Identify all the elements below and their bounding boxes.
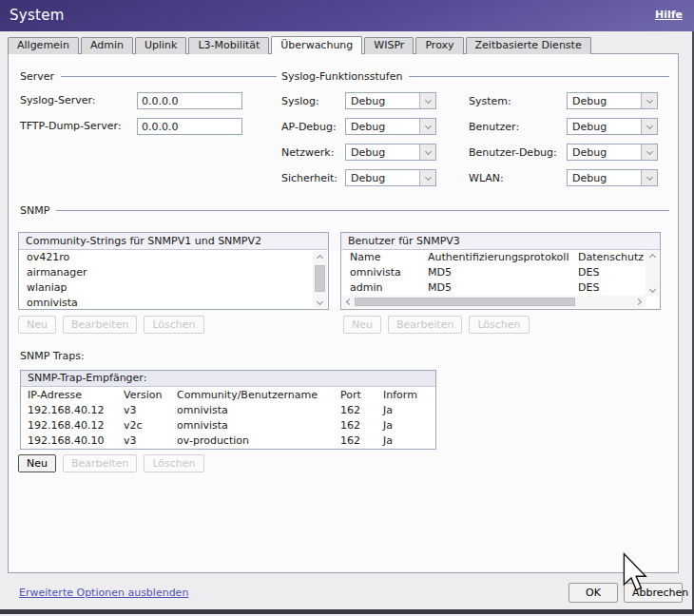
new-button[interactable]: Neu	[18, 454, 56, 472]
edit-button[interactable]: Bearbeiten	[388, 316, 462, 334]
combo-value: Debug	[568, 93, 641, 108]
cell-inform: Ja	[383, 433, 393, 449]
cell-ip: 192.168.40.12	[28, 403, 104, 418]
column-header: Community/Benutzername	[177, 387, 318, 403]
edit-button[interactable]: Bearbeiten	[63, 316, 137, 334]
scroll-up-icon[interactable]	[313, 251, 327, 262]
benutzer-debug-select[interactable]: Debug	[567, 144, 658, 161]
wlan-label: WLAN:	[469, 172, 504, 184]
tab-uplink[interactable]: Uplink	[135, 37, 187, 54]
combo-value: Debug	[346, 93, 419, 108]
scroll-right-icon[interactable]	[633, 296, 646, 308]
community-buttons: Neu Bearbeiten Löschen	[18, 316, 204, 334]
tftp-dump-server-input[interactable]	[137, 118, 242, 135]
cancel-button[interactable]: Abbrechen	[624, 583, 683, 603]
tab-zeitbasierte-dienste[interactable]: Zeitbasierte Dienste	[466, 37, 591, 54]
tab-ueberwachung[interactable]: Überwachung	[271, 36, 362, 54]
trap-header-row: IP-Adresse Version Community/Benutzernam…	[21, 387, 435, 403]
chevron-down-icon[interactable]	[419, 144, 435, 160]
benutzer-label: Benutzer:	[469, 121, 519, 133]
delete-button[interactable]: Löschen	[469, 316, 529, 334]
tab-l3-mobilitaet[interactable]: L3-Mobilität	[188, 37, 269, 54]
cell-port: 162	[340, 418, 360, 433]
syslog-server-input[interactable]	[137, 92, 242, 109]
chevron-down-icon[interactable]	[641, 93, 657, 108]
trap-buttons: Neu Bearbeiten Löschen	[18, 454, 204, 472]
snmpv3-users-listbox: Benutzer für SNMPV3 Name Authentifizieru…	[340, 232, 661, 310]
netzwerk-label: Netzwerk:	[281, 146, 334, 159]
cell-auth: MD5	[428, 265, 452, 280]
delete-button[interactable]: Löschen	[144, 454, 203, 472]
cell-port: 162	[340, 403, 360, 418]
vertical-scrollbar[interactable]	[646, 250, 659, 296]
netzwerk-select[interactable]: Debug	[345, 144, 436, 161]
scrollbar-thumb[interactable]	[355, 298, 575, 306]
list-item[interactable]: omnivista	[19, 296, 328, 311]
chevron-down-icon[interactable]	[641, 119, 657, 134]
column-header: Inform	[383, 387, 417, 403]
list-item[interactable]: wlaniap	[19, 280, 328, 296]
ap-debug-label: AP-Debug:	[281, 121, 337, 133]
table-row[interactable]: 192.168.40.12 v2c omnivista 162 Ja	[21, 418, 435, 433]
bottom-bar	[0, 609, 694, 614]
tab-allgemein[interactable]: Allgemein	[8, 37, 79, 54]
wlan-select[interactable]: Debug	[567, 169, 658, 186]
delete-button[interactable]: Löschen	[144, 316, 203, 334]
syslog-level-label: Syslog:	[281, 95, 319, 107]
new-button[interactable]: Neu	[18, 316, 56, 334]
cell-community: ov-production	[177, 433, 249, 449]
cell-inform: Ja	[383, 403, 393, 418]
table-row[interactable]: 192.168.40.12 v3 omnivista 162 Ja	[21, 403, 435, 418]
cell-auth: MD5	[428, 280, 452, 296]
cell-ip: 192.168.40.12	[28, 418, 104, 433]
tab-admin[interactable]: Admin	[81, 37, 133, 54]
new-button[interactable]: Neu	[343, 316, 381, 334]
sicherheit-label: Sicherheit:	[281, 172, 337, 184]
syslog-server-label: Syslog-Server:	[20, 94, 96, 106]
cell-privacy: DES	[578, 265, 599, 280]
snmpv3-listbox-title: Benutzer für SNMPV3	[341, 233, 660, 250]
scroll-up-icon[interactable]	[646, 250, 660, 261]
snmp-section-legend: SNMP	[20, 204, 669, 217]
system-level-select[interactable]: Debug	[567, 92, 658, 109]
cell-version: v2c	[124, 418, 143, 433]
column-header: Authentifizierungsprotokoll	[428, 250, 569, 265]
cell-name: omnivista	[350, 265, 401, 280]
table-row[interactable]: 192.168.40.10 v3 ov-production 162 Ja	[21, 433, 435, 449]
snmpv3-buttons: Neu Bearbeiten Löschen	[343, 316, 530, 334]
list-item[interactable]: ov421ro	[19, 250, 328, 265]
chevron-down-icon[interactable]	[641, 144, 657, 160]
chevron-down-icon[interactable]	[419, 170, 435, 185]
chevron-down-icon[interactable]	[419, 119, 435, 134]
ok-button[interactable]: OK	[569, 583, 618, 603]
benutzer-select[interactable]: Debug	[567, 118, 658, 135]
snmp-trap-table: SNMP-Trap-Empfänger: IP-Adresse Version …	[20, 370, 436, 450]
combo-value: Debug	[346, 170, 419, 185]
help-link[interactable]: Hilfe	[655, 9, 683, 21]
ap-debug-select[interactable]: Debug	[345, 118, 436, 135]
edit-button[interactable]: Bearbeiten	[63, 454, 137, 472]
cell-inform: Ja	[383, 418, 393, 433]
scroll-down-icon[interactable]	[646, 284, 660, 296]
list-item[interactable]: airmanager	[19, 265, 328, 280]
combo-value: Debug	[568, 144, 641, 160]
syslog-level-select[interactable]: Debug	[345, 92, 436, 109]
table-row[interactable]: omnivista MD5 DES	[341, 265, 660, 280]
sicherheit-select[interactable]: Debug	[345, 169, 436, 186]
tab-proxy[interactable]: Proxy	[415, 37, 463, 54]
cell-version: v3	[124, 403, 137, 418]
horizontal-scrollbar[interactable]	[342, 296, 646, 308]
vertical-scrollbar[interactable]	[313, 251, 327, 308]
community-listbox-title: Community-Strings für SNMPV1 und SNMPV2	[19, 233, 328, 250]
server-section-legend: Server	[20, 70, 277, 83]
scroll-down-icon[interactable]	[313, 297, 327, 308]
content-panel: Server Syslog-Server: TFTP-Dump-Server: …	[8, 53, 679, 573]
advanced-options-toggle-link[interactable]: Erweiterte Optionen ausblenden	[19, 587, 188, 599]
chevron-down-icon[interactable]	[419, 93, 435, 108]
tab-wispr[interactable]: WISPr	[364, 37, 414, 54]
benutzer-debug-label: Benutzer-Debug:	[469, 146, 557, 159]
chevron-down-icon[interactable]	[641, 170, 657, 185]
scrollbar-thumb[interactable]	[315, 265, 325, 292]
scroll-left-icon[interactable]	[342, 296, 355, 308]
table-row[interactable]: admin MD5 DES	[341, 280, 660, 296]
